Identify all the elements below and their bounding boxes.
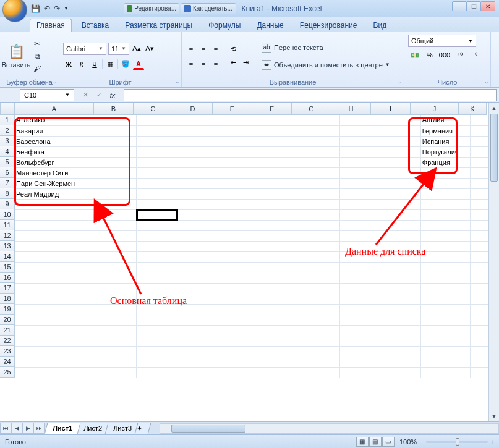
svg-line-0 (102, 215, 141, 294)
office-button[interactable] (2, 0, 27, 22)
svg-line-1 (376, 182, 425, 245)
annotation-arrows (0, 0, 499, 448)
sheet-tab-1[interactable]: Лист1 (44, 423, 80, 434)
